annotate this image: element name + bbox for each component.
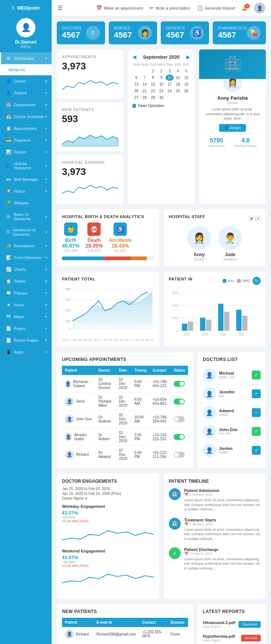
- report-onhold-button[interactable]: On Hold: [241, 635, 261, 641]
- patient-thumb: 👤: [65, 415, 74, 424]
- widgets-row: APPOINTMENTS 3,973 NEW PATIENTS 593: [57, 49, 266, 204]
- sidebar-item-schedule[interactable]: 📅 Doctor Schedule ▾: [0, 111, 52, 123]
- calendar-day[interactable]: 27: [132, 94, 140, 101]
- calendar-day[interactable]: 28: [141, 94, 149, 101]
- calendar-day[interactable]: 24: [166, 88, 174, 94]
- event-dot: [132, 104, 136, 108]
- expand-icon1[interactable]: ⊞: [249, 216, 254, 221]
- sidebar-item-advanced-ui[interactable]: ☰ Advanced UI Elements ▾: [0, 224, 52, 240]
- sidebar-item-apps[interactable]: 📱 Apps ▾: [0, 346, 52, 358]
- calendar-day[interactable]: 9: [157, 75, 166, 81]
- advanced-ui-icon: ☰: [6, 230, 10, 235]
- calendar-day[interactable]: 29: [149, 94, 157, 101]
- report-download-button[interactable]: Download: [239, 621, 261, 628]
- status-toggle[interactable]: [174, 399, 185, 404]
- staff-avatar-anny: 👩‍⚕️: [187, 226, 211, 250]
- svg-rect-21: [206, 320, 211, 331]
- sidebar-item-payment[interactable]: 💳 Payment ▾: [0, 134, 52, 146]
- sidebar-item-charts[interactable]: 📈 Charts ▾: [0, 264, 52, 275]
- report-icon: 📊: [6, 149, 11, 155]
- sidebar-item-popups[interactable]: 💬 Popups ▾: [0, 287, 52, 299]
- sidebar-item-maps[interactable]: 🗺 Maps ▾: [0, 311, 52, 323]
- menu-toggle[interactable]: ☰: [58, 4, 63, 11]
- calendar-day[interactable]: 20: [132, 88, 140, 94]
- calendar-day[interactable]: 18: [174, 81, 182, 87]
- prescription-icon: ✏: [150, 5, 154, 11]
- calendar-day[interactable]: 30: [157, 94, 166, 101]
- calendar-day[interactable]: 16: [157, 81, 166, 87]
- calendar-day[interactable]: 4: [174, 68, 182, 74]
- make-appointment-action[interactable]: 📅 Make an appointment: [96, 5, 143, 11]
- write-prescription-action[interactable]: ✏ Write a prescription: [150, 5, 191, 11]
- sidebar-item-bonus-pages[interactable]: 📄 Bonus Pages ▾: [0, 334, 52, 346]
- sidebar-item-doctor[interactable]: 👤 Doctor ▾: [0, 75, 52, 87]
- calendar-day[interactable]: 13: [132, 81, 140, 87]
- sidebar-item-widgets[interactable]: 🧩 Widgets: [0, 197, 52, 209]
- calendar-day[interactable]: 22: [149, 88, 157, 94]
- user-avatar-nav[interactable]: 👤: [254, 3, 265, 14]
- calendar-day[interactable]: 3: [166, 68, 174, 74]
- cal-prev[interactable]: ◀: [132, 54, 136, 60]
- sidebar-item-report[interactable]: 📊 Report ▾: [0, 146, 52, 158]
- calendar-day[interactable]: 12: [182, 75, 190, 81]
- doctor-action-button[interactable]: ✓: [252, 427, 261, 436]
- calendar-day[interactable]: 26: [182, 88, 190, 94]
- sidebar-item-animations[interactable]: ✨ Animations ▾: [0, 240, 52, 252]
- sidebar-item-pages[interactable]: 📄 Pages ▾: [0, 323, 52, 334]
- status-toggle[interactable]: [174, 434, 185, 440]
- expand-icon2[interactable]: ≡: [256, 216, 261, 221]
- calendar-day[interactable]: 19: [182, 81, 190, 87]
- calendar-day[interactable]: 5: [182, 68, 190, 74]
- status-toggle[interactable]: [174, 381, 185, 387]
- calendar-day[interactable]: 14: [141, 81, 149, 87]
- generate-report-action[interactable]: 📋 Generate Report: [197, 5, 235, 11]
- sidebar-item-appointment[interactable]: 📋 Appointment ▾: [0, 123, 52, 134]
- calendar-day[interactable]: [182, 94, 190, 101]
- notification-bell[interactable]: 🔔 1: [242, 5, 247, 11]
- doctor-action-button[interactable]: −: [252, 408, 261, 417]
- doctor-dropdown[interactable]: Doctor Name ▾: [62, 496, 154, 500]
- charts-row: PATIENT TOTAL: [57, 272, 266, 347]
- sidebar-item-forms[interactable]: 📝 Form Elements ▾: [0, 252, 52, 264]
- calendar-day[interactable]: [166, 94, 174, 101]
- hospital-staff-card: HOSPITAL STAFF ⊞ ≡ 👩‍⚕️ Anny Doctor 👨‍⚕️: [164, 209, 266, 266]
- sidebar-item-basic-ui[interactable]: ☰ Basic UI Elements ▾: [0, 209, 52, 224]
- assign-button[interactable]: 👤 Assign: [219, 124, 246, 132]
- doctor-action-button[interactable]: +: [252, 389, 261, 398]
- cal-next[interactable]: ▶: [186, 54, 190, 60]
- sidebar-item-tables[interactable]: 📋 Tables ▾: [0, 275, 52, 287]
- svg-rect-18: [182, 324, 187, 331]
- sidebar-item-department[interactable]: 🏥 Department ▾: [0, 99, 52, 111]
- sidebar-item-patient[interactable]: 👤 Patient ▾: [0, 87, 52, 99]
- calendar-day[interactable]: [132, 68, 140, 74]
- calendar-day[interactable]: 23: [157, 88, 166, 94]
- calendar-day[interactable]: 15: [149, 81, 157, 87]
- calendar-day[interactable]: [174, 94, 182, 101]
- calendar-day[interactable]: [141, 68, 149, 74]
- calendar-day[interactable]: 8: [149, 75, 157, 81]
- calendar-day[interactable]: 1: [149, 68, 157, 74]
- calendar-day[interactable]: 6: [132, 75, 140, 81]
- sidebar-item-hr[interactable]: 👥 Human Resource ▾: [0, 158, 52, 173]
- charts-icon: 📈: [6, 267, 11, 272]
- calendar-day[interactable]: 11: [174, 75, 182, 81]
- doctor-action-button[interactable]: ✓: [252, 371, 261, 379]
- sidebar-item-icons[interactable]: ★ Icons ▾: [0, 299, 52, 311]
- calendar-day[interactable]: 2: [157, 68, 166, 74]
- status-toggle[interactable]: [174, 452, 185, 458]
- calendar-day[interactable]: 10: [166, 75, 174, 81]
- sidebar-item-medjestic[interactable]: Medjestic: [0, 64, 52, 75]
- sidebar-item-dashboard[interactable]: ⊞ Dashboard ▾: [0, 52, 52, 64]
- doctor-action-button[interactable]: +: [252, 446, 261, 455]
- calendar-day[interactable]: 21: [141, 88, 149, 94]
- sidebar-item-notice[interactable]: 📢 Notice ▾: [0, 185, 52, 197]
- calendar-day[interactable]: 7: [141, 75, 149, 81]
- svg-text:1900: 1900: [184, 333, 190, 337]
- svg-rect-22: [218, 304, 223, 331]
- status-toggle[interactable]: [174, 416, 185, 422]
- svg-text:2050: 2050: [238, 333, 244, 337]
- patient-in-refresh[interactable]: ↻: [253, 277, 261, 285]
- calendar-day[interactable]: 25: [174, 88, 182, 94]
- sidebar-item-bed[interactable]: 🛏 Bed Manager ▾: [0, 173, 52, 185]
- calendar-day[interactable]: 17: [166, 81, 174, 87]
